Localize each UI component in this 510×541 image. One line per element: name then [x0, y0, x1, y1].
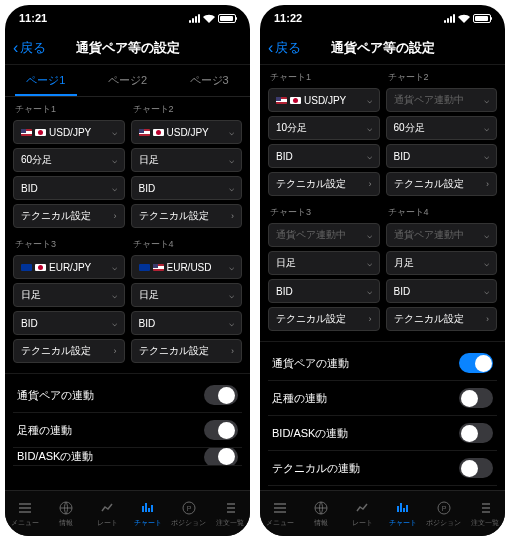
tabbar-rate[interactable]: レート — [87, 491, 128, 536]
tabbar-position[interactable]: Pポジション — [423, 491, 464, 536]
toggle-switch[interactable] — [204, 420, 238, 440]
bidask-selector[interactable]: BID⌵ — [13, 311, 125, 335]
pair-selector[interactable]: 通貨ペア連動中⌵ — [386, 88, 498, 112]
tabbar-info[interactable]: 情報 — [46, 491, 87, 536]
tabbar-menu[interactable]: メニュー — [5, 491, 46, 536]
chevron-down-icon: ⌵ — [229, 183, 234, 193]
svg-rect-10 — [403, 508, 405, 512]
tab-page2[interactable]: ページ2 — [87, 65, 169, 96]
tabbar-chart[interactable]: チャート — [127, 491, 168, 536]
toggle-pair-link: 通貨ペアの連動 — [268, 346, 497, 381]
svg-rect-4 — [151, 505, 153, 512]
bidask-selector[interactable]: BID⌵ — [386, 144, 498, 168]
pair-selector[interactable]: EUR/USD ⌵ — [131, 255, 243, 279]
bidask-selector[interactable]: BID⌵ — [386, 279, 498, 303]
technical-button[interactable]: テクニカル設定› — [131, 204, 243, 228]
timeframe-selector[interactable]: 60分足⌵ — [13, 148, 125, 172]
globe-icon — [57, 500, 75, 516]
svg-rect-9 — [400, 503, 402, 512]
tab-page1[interactable]: ページ1 — [5, 65, 87, 96]
wifi-icon — [203, 14, 215, 23]
chart-label: チャート4 — [131, 238, 243, 251]
pair-selector[interactable]: EUR/JPY ⌵ — [13, 255, 125, 279]
toggle-switch[interactable] — [459, 458, 493, 478]
flag-eu-icon — [139, 264, 150, 271]
position-icon: P — [435, 500, 453, 516]
timeframe-selector[interactable]: 日足⌵ — [131, 283, 243, 307]
svg-rect-8 — [397, 506, 399, 512]
page-title: 通貨ペア等の設定 — [76, 39, 180, 57]
timeframe-selector[interactable]: 日足⌵ — [131, 148, 243, 172]
status-time: 11:21 — [19, 12, 47, 24]
flag-jp-icon — [290, 97, 301, 104]
toggle-bidask-link: BID/ASKの連動 — [13, 448, 242, 466]
chevron-right-icon: › — [486, 314, 489, 324]
pair-selector[interactable]: USD/JPY ⌵ — [131, 120, 243, 144]
svg-rect-1 — [142, 506, 144, 512]
chart-block-1: チャート1 USD/JPY ⌵ 60分足⌵ BID⌵ テクニカル設定› — [13, 103, 125, 232]
timeframe-selector[interactable]: 日足⌵ — [268, 251, 380, 275]
timeframe-selector[interactable]: 日足⌵ — [13, 283, 125, 307]
chevron-down-icon: ⌵ — [229, 290, 234, 300]
timeframe-selector[interactable]: 10分足⌵ — [268, 116, 380, 140]
chart-block-4: チャート4 通貨ペア連動中⌵ 月足⌵ BID⌵ テクニカル設定› — [386, 206, 498, 335]
toggle-switch[interactable] — [459, 388, 493, 408]
technical-button[interactable]: テクニカル設定› — [13, 339, 125, 363]
chevron-down-icon: ⌵ — [484, 258, 489, 268]
chart-block-1: チャート1 USD/JPY ⌵ 10分足⌵ BID⌵ テクニカル設定› — [268, 71, 380, 200]
chart-block-3: チャート3 EUR/JPY ⌵ 日足⌵ BID⌵ テクニカル設定› — [13, 238, 125, 367]
tabbar-position[interactable]: Pポジション — [168, 491, 209, 536]
phone-screen-1: 11:21 ‹ 戻る 通貨ペア等の設定 ページ1 ページ2 ページ3 チャート1 — [5, 5, 250, 536]
bidask-selector[interactable]: BID⌵ — [13, 176, 125, 200]
list-icon — [221, 500, 239, 516]
technical-button[interactable]: テクニカル設定› — [131, 339, 243, 363]
tab-page3[interactable]: ページ3 — [168, 65, 250, 96]
bidask-selector[interactable]: BID⌵ — [268, 144, 380, 168]
bottom-tab-bar: メニュー 情報 レート チャート Pポジション 注文一覧 — [5, 490, 250, 536]
bidask-selector[interactable]: BID⌵ — [131, 176, 243, 200]
chevron-down-icon: ⌵ — [484, 95, 489, 105]
bidask-selector[interactable]: BID⌵ — [131, 311, 243, 335]
status-time: 11:22 — [274, 12, 302, 24]
toggle-switch[interactable] — [204, 385, 238, 405]
chevron-down-icon: ⌵ — [367, 258, 372, 268]
toggle-technical-link: テクニカルの連動 — [268, 451, 497, 486]
toggle-pair-link: 通貨ペアの連動 — [13, 378, 242, 413]
chart-label: チャート2 — [131, 103, 243, 116]
technical-button[interactable]: テクニカル設定› — [386, 307, 498, 331]
pair-selector[interactable]: 通貨ペア連動中⌵ — [386, 223, 498, 247]
technical-button[interactable]: テクニカル設定› — [268, 172, 380, 196]
chevron-right-icon: › — [231, 211, 234, 221]
chevron-right-icon: › — [114, 346, 117, 356]
timeframe-selector[interactable]: 月足⌵ — [386, 251, 498, 275]
timeframe-selector[interactable]: 60分足⌵ — [386, 116, 498, 140]
tabbar-chart[interactable]: チャート — [382, 491, 423, 536]
bidask-selector[interactable]: BID⌵ — [268, 279, 380, 303]
svg-rect-11 — [406, 505, 408, 512]
tabbar-menu[interactable]: メニュー — [260, 491, 301, 536]
back-button[interactable]: ‹ 戻る — [268, 39, 301, 57]
tabbar-orders[interactable]: 注文一覧 — [464, 491, 505, 536]
chevron-down-icon: ⌵ — [112, 290, 117, 300]
tabbar-rate[interactable]: レート — [342, 491, 383, 536]
toggle-switch[interactable] — [459, 353, 493, 373]
tabbar-info[interactable]: 情報 — [301, 491, 342, 536]
tabbar-orders[interactable]: 注文一覧 — [209, 491, 250, 536]
pair-selector[interactable]: USD/JPY ⌵ — [13, 120, 125, 144]
chart-label: チャート1 — [13, 103, 125, 116]
chart-label: チャート4 — [386, 206, 498, 219]
technical-button[interactable]: テクニカル設定› — [268, 307, 380, 331]
signal-icon — [444, 14, 455, 23]
pair-selector[interactable]: USD/JPY ⌵ — [268, 88, 380, 112]
back-button[interactable]: ‹ 戻る — [13, 39, 46, 57]
pair-selector[interactable]: 通貨ペア連動中⌵ — [268, 223, 380, 247]
toggle-switch[interactable] — [459, 423, 493, 443]
technical-button[interactable]: テクニカル設定› — [386, 172, 498, 196]
technical-button[interactable]: テクニカル設定› — [13, 204, 125, 228]
toggle-switch[interactable] — [204, 448, 238, 466]
chevron-down-icon: ⌵ — [229, 127, 234, 137]
toggle-bidask-link: BID/ASKの連動 — [268, 416, 497, 451]
chevron-right-icon: › — [486, 179, 489, 189]
page-tabs: ページ1 ページ2 ページ3 — [5, 65, 250, 97]
svg-text:P: P — [186, 505, 191, 512]
